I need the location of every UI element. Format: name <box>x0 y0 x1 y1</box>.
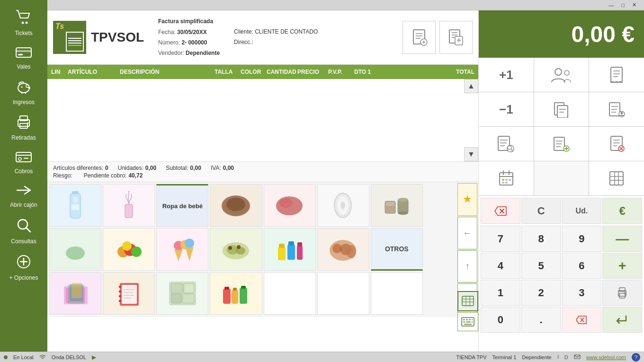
product-conservas[interactable] <box>371 184 423 227</box>
plus-op[interactable]: + <box>602 253 642 279</box>
fecha-row: Fecha: 30/05/20XX <box>158 27 220 38</box>
cliente-value: CLIENTE DE CONTADO <box>255 28 318 35</box>
keyboard-btn[interactable] <box>457 312 478 332</box>
decimal-btn[interactable]: . <box>521 307 561 333</box>
vendedor-label: Vendedor: <box>158 50 184 56</box>
svg-rect-73 <box>122 285 137 304</box>
product-libretas[interactable] <box>103 272 155 315</box>
terminal-label: Terminal 1 <box>492 354 517 360</box>
svg-rect-3 <box>16 50 31 52</box>
euro-btn[interactable]: € <box>602 198 642 224</box>
svg-rect-59 <box>287 245 295 260</box>
status-dot <box>4 355 8 359</box>
num-3[interactable]: 3 <box>562 280 602 306</box>
client-receipt-btn[interactable] <box>589 92 644 126</box>
clear-btn[interactable]: C <box>521 198 561 224</box>
minimize-button[interactable]: — <box>605 2 617 8</box>
backspace-btn[interactable] <box>481 198 520 224</box>
sidebar-label-ingresos: Ingresos <box>13 99 35 106</box>
numpad-row-0: 0 . <box>481 307 642 333</box>
num-7[interactable]: 7 <box>481 226 520 252</box>
minus-op[interactable]: — <box>602 226 642 252</box>
scroll-down-button[interactable]: ▼ <box>464 147 478 161</box>
sidebar-item-retiradas[interactable]: Retiradas <box>0 110 47 146</box>
backspace2-btn[interactable] <box>562 307 602 333</box>
titlebar: 🔒 — □ ✕ <box>0 0 644 10</box>
svg-rect-57 <box>278 247 286 260</box>
svg-point-47 <box>131 247 142 257</box>
product-bandejas[interactable] <box>156 272 208 315</box>
card-icon <box>15 46 32 62</box>
statusbar-icon2: D <box>564 354 568 360</box>
enter-btn[interactable] <box>602 307 642 333</box>
scroll-up-button[interactable]: ▲ <box>464 79 478 93</box>
plus-circle-icon <box>16 254 31 273</box>
num-0[interactable]: 0 <box>481 307 520 333</box>
website-label[interactable]: www.sdelsol.com <box>586 354 626 360</box>
product-agua[interactable] <box>49 184 101 227</box>
maximize-button[interactable]: □ <box>617 2 628 8</box>
ticket-btn[interactable] <box>589 161 644 195</box>
svg-rect-93 <box>469 319 471 320</box>
num-2[interactable]: 2 <box>521 280 561 306</box>
num-5[interactable]: 5 <box>521 253 561 279</box>
col-descripcion: DESCRIPCIÓN <box>118 69 213 75</box>
num-8[interactable]: 8 <box>521 226 561 252</box>
favorites-btn[interactable]: ★ <box>457 183 477 216</box>
svg-rect-122 <box>619 288 625 291</box>
product-frutas[interactable] <box>103 228 155 271</box>
product-helados[interactable] <box>156 228 208 271</box>
product-ambientador[interactable] <box>103 184 155 227</box>
product-refrescos[interactable] <box>210 272 262 315</box>
minus-one-btn[interactable]: −1 <box>479 92 534 126</box>
product-papel[interactable] <box>317 184 369 227</box>
product-ropa-bebe[interactable]: Ropa de bebé <box>156 184 208 227</box>
unit-btn[interactable]: Ud. <box>562 198 602 224</box>
sidebar-item-cobros[interactable]: Cobros <box>0 146 47 179</box>
product-otros[interactable]: OTROS <box>371 228 423 271</box>
num-1[interactable]: 1 <box>481 280 520 306</box>
close-button[interactable]: ✕ <box>628 2 640 8</box>
plus-one-btn[interactable]: +1 <box>479 58 534 92</box>
product-te[interactable] <box>49 228 101 271</box>
svg-rect-115 <box>502 179 504 181</box>
receipt-view-btn[interactable] <box>589 58 644 92</box>
product-empty1[interactable] <box>264 272 316 315</box>
main-area: Ts TPVSOL Factura simplificada Fecha: 30… <box>47 10 478 362</box>
svg-rect-116 <box>505 179 508 181</box>
svg-rect-71 <box>72 283 82 298</box>
client-btn[interactable] <box>534 58 589 92</box>
product-chocolate[interactable] <box>210 184 262 227</box>
col-total: TOTAL <box>378 69 476 75</box>
sidebar-item-tickets[interactable]: Tickets <box>0 5 47 41</box>
print-btn[interactable] <box>602 280 642 306</box>
num-6[interactable]: 6 <box>562 253 602 279</box>
cancel-receipt-btn[interactable] <box>589 127 644 161</box>
summary-row2: Riesgo: Pendiente cobro: 40,72 <box>53 172 473 179</box>
grid-up-btn[interactable]: ↑ <box>457 250 477 283</box>
num-9[interactable]: 9 <box>562 226 602 252</box>
sidebar-item-vales[interactable]: Vales <box>0 41 47 75</box>
articulos-label: Artículos diferentes: 0 <box>53 165 108 171</box>
product-embutidos[interactable] <box>317 228 369 271</box>
calendar-btn[interactable] <box>479 161 534 195</box>
product-carpetas[interactable] <box>49 272 101 315</box>
product-empty2[interactable] <box>317 272 369 315</box>
product-empty3[interactable] <box>371 272 423 315</box>
sidebar-item-consultas[interactable]: Consultas <box>0 213 47 249</box>
add-line-btn[interactable] <box>534 127 589 161</box>
num-4[interactable]: 4 <box>481 253 520 279</box>
multi-receipt-btn[interactable] <box>534 92 589 126</box>
invoice-action-btn1[interactable] <box>402 21 436 54</box>
sidebar-item-opciones[interactable]: + Opciones <box>0 249 47 286</box>
table-view-btn[interactable] <box>457 291 478 311</box>
invoice-action-btn2[interactable] <box>439 21 473 54</box>
help-btn[interactable]: ? <box>632 353 640 362</box>
product-carne[interactable] <box>264 184 316 227</box>
sidebar-item-abrircajon[interactable]: Abrir cajón <box>0 179 47 213</box>
sidebar-item-ingresos[interactable]: Ingresos <box>0 75 47 110</box>
product-aceitunas[interactable] <box>210 228 262 271</box>
search-invoice-btn[interactable] <box>479 127 534 161</box>
back-btn[interactable]: ← <box>457 217 477 249</box>
product-limpieza[interactable] <box>264 228 316 271</box>
